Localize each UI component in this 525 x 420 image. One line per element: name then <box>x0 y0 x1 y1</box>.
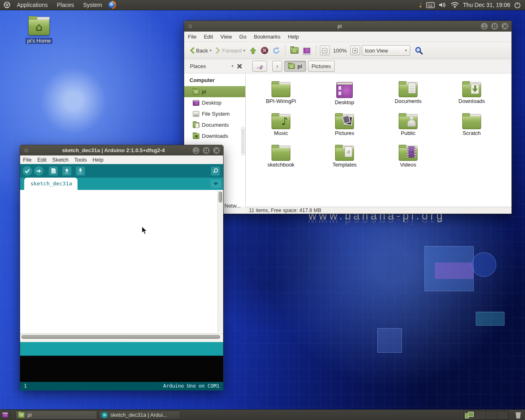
back-history-caret[interactable]: ▾ <box>210 48 212 52</box>
workspace-3[interactable] <box>486 411 497 419</box>
home-button[interactable]: ⌂ <box>288 46 301 55</box>
menu-system[interactable]: System <box>79 0 107 10</box>
distro-menu-icon[interactable] <box>3 1 11 9</box>
view-mode-select[interactable]: Icon View ▾ <box>362 45 410 56</box>
sidebar-item-desktop[interactable]: Desktop <box>184 97 245 108</box>
file-item-sketchbook[interactable]: sketchbook <box>258 142 304 168</box>
back-button[interactable]: Back ▾ <box>187 46 213 55</box>
reload-button[interactable] <box>270 46 282 56</box>
search-button[interactable] <box>413 45 425 56</box>
desktop-icon-pis-home[interactable]: ⌂ pi's Home <box>21 19 57 44</box>
house-glyph: ⌂ <box>29 21 49 34</box>
maximize-button[interactable] <box>203 147 210 154</box>
tab-sketch-dec31a[interactable]: sketch_dec31a <box>24 178 78 190</box>
music-note-glyph: ♪ <box>281 115 288 128</box>
window-menu-icon[interactable] <box>25 149 28 152</box>
file-item-public[interactable]: Public <box>386 110 431 136</box>
show-desktop-button[interactable] <box>0 410 11 420</box>
file-item-documents[interactable]: Documents <box>386 78 431 104</box>
new-sketch-button[interactable] <box>49 167 58 176</box>
folder-pictures-icon <box>335 116 354 129</box>
fm-menu-edit[interactable]: Edit <box>200 34 217 40</box>
volume-icon[interactable] <box>438 2 447 8</box>
file-item-bpi-wiringpi[interactable]: BPI-WiringPi <box>258 78 304 104</box>
folder-home-icon: ⌂ <box>288 64 295 69</box>
arduino-menu-tools[interactable]: Tools <box>71 157 89 163</box>
network-wifi-icon[interactable] <box>450 2 459 8</box>
code-editor[interactable] <box>20 190 223 334</box>
power-icon[interactable] <box>514 2 521 9</box>
path-button-pictures[interactable]: Pictures <box>308 61 335 72</box>
close-sidebar-icon[interactable] <box>237 63 242 69</box>
file-label: Documents <box>386 98 431 104</box>
open-sketch-button[interactable] <box>62 167 71 176</box>
fm-titlebar[interactable]: pi <box>184 21 511 32</box>
scrollbar-thumb[interactable] <box>219 192 222 203</box>
up-button[interactable] <box>247 46 259 56</box>
sidebar-item-pi[interactable]: ⌂ pi <box>184 86 245 97</box>
file-item-pictures[interactable]: Pictures <box>322 110 367 136</box>
path-button-pi[interactable]: ⌂ pi <box>284 61 306 72</box>
arduino-menu-edit[interactable]: Edit <box>34 157 49 163</box>
template-letter-glyph: a <box>345 148 352 155</box>
arduino-menu-sketch[interactable]: Sketch <box>49 157 71 163</box>
verify-button[interactable] <box>23 166 32 176</box>
fm-menu-help[interactable]: Help <box>284 34 303 40</box>
maximize-button[interactable] <box>491 23 498 30</box>
fm-menu-file[interactable]: File <box>184 34 200 40</box>
house-glyph: ⌂ <box>288 64 294 69</box>
close-button[interactable] <box>213 147 220 154</box>
wallpaper-chip <box>435 262 474 279</box>
fm-body: Computer ⌂ pi Desktop File System Docume… <box>184 73 511 207</box>
file-item-desktop[interactable]: Desktop <box>322 78 367 105</box>
window-menu-icon[interactable] <box>189 25 192 28</box>
arduino-menu-help[interactable]: Help <box>89 157 106 163</box>
forward-history-caret[interactable]: ▾ <box>243 48 245 52</box>
trash-applet[interactable] <box>511 411 525 419</box>
edit-location-button[interactable] <box>252 61 267 72</box>
zoom-in-button[interactable]: + <box>350 46 360 55</box>
menu-applications[interactable]: Applications <box>12 0 52 10</box>
fm-menu-bookmarks[interactable]: Bookmarks <box>250 34 284 40</box>
file-item-music[interactable]: ♪ Music <box>258 110 304 136</box>
minimize-button[interactable] <box>192 147 200 154</box>
taskbar-item-pi[interactable]: ⌂ pi <box>15 411 97 420</box>
sidebar-scrollbar[interactable] <box>241 127 245 155</box>
panel-clock[interactable]: Thu Dec 31, 19:06 <box>463 2 510 8</box>
path-scroll-left-button[interactable]: ‹ <box>272 61 282 72</box>
search-icon <box>415 46 423 55</box>
file-item-scratch[interactable]: Scratch <box>449 110 494 136</box>
arrow-up-tray-icon <box>64 168 70 174</box>
fm-menu-view[interactable]: View <box>217 34 235 40</box>
sidebar-item-downloads[interactable]: Downloads <box>184 130 245 142</box>
sidebar-item-documents[interactable]: Documents <box>184 119 245 130</box>
file-item-templates[interactable]: a Templates <box>322 142 367 168</box>
fm-menu-go[interactable]: Go <box>235 34 250 40</box>
arduino-menu-file[interactable]: File <box>20 157 34 163</box>
file-item-videos[interactable]: Videos <box>386 142 431 168</box>
forward-button[interactable]: Forward ▾ <box>213 46 247 55</box>
sidebar-mode-select[interactable]: Places ▾ <box>184 63 233 69</box>
keyboard-indicator-icon[interactable] <box>426 2 435 8</box>
file-label: Downloads <box>449 98 494 104</box>
serial-monitor-button[interactable] <box>211 167 220 176</box>
arduino-titlebar[interactable]: sketch_dec31a | Arduino 2:1.0.5+dfsg2-4 <box>20 145 223 155</box>
tab-list-dropdown[interactable] <box>210 180 221 188</box>
close-button[interactable] <box>501 23 509 30</box>
workspace-1[interactable] <box>464 411 475 419</box>
workspace-4[interactable] <box>497 411 508 419</box>
editor-vertical-scrollbar[interactable] <box>217 191 223 333</box>
save-sketch-button[interactable] <box>76 167 85 176</box>
sidebar-item-network-partial[interactable]: Netw... <box>224 203 241 209</box>
sidebar-item-file-system[interactable]: File System <box>184 108 245 119</box>
minimize-button[interactable] <box>481 23 488 30</box>
zoom-out-button[interactable]: − <box>320 46 330 55</box>
menu-places[interactable]: Places <box>52 0 79 10</box>
taskbar-item-arduino[interactable]: ∞ sketch_dec31a | Ardui... <box>98 411 180 420</box>
file-item-downloads[interactable]: Downloads <box>449 78 494 104</box>
firefox-launcher-icon[interactable] <box>108 1 116 9</box>
workspace-2[interactable] <box>475 411 486 419</box>
upload-button[interactable] <box>34 166 43 176</box>
stop-button[interactable] <box>259 46 270 55</box>
computer-button[interactable] <box>301 46 313 55</box>
